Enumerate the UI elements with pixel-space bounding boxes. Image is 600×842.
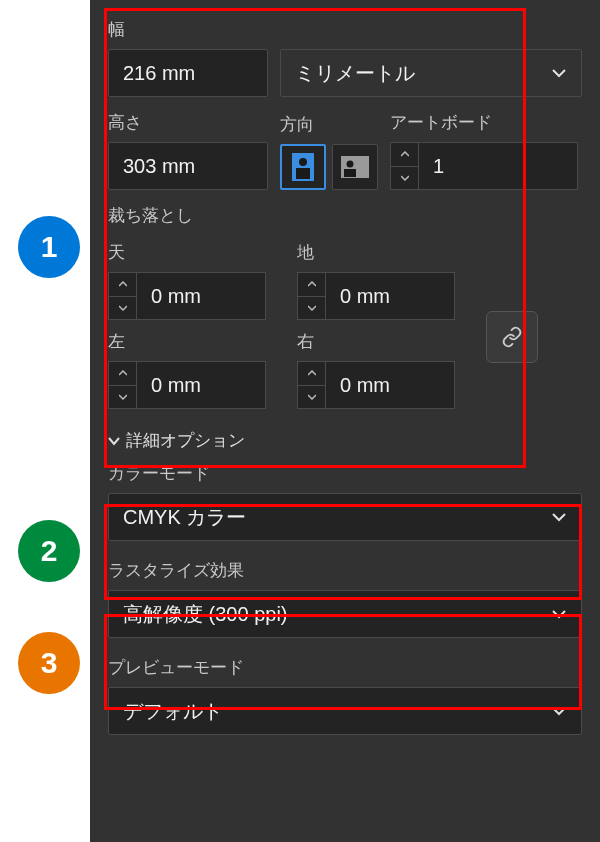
annotation-frame-3 <box>104 614 582 710</box>
annotation-badge-1: 1 <box>18 216 80 278</box>
chevron-down-icon <box>551 65 567 81</box>
annotation-frame-2 <box>104 504 582 600</box>
annotation-badge-3: 3 <box>18 632 80 694</box>
annotation-frame-1 <box>104 8 526 468</box>
annotation-badge-2: 2 <box>18 520 80 582</box>
